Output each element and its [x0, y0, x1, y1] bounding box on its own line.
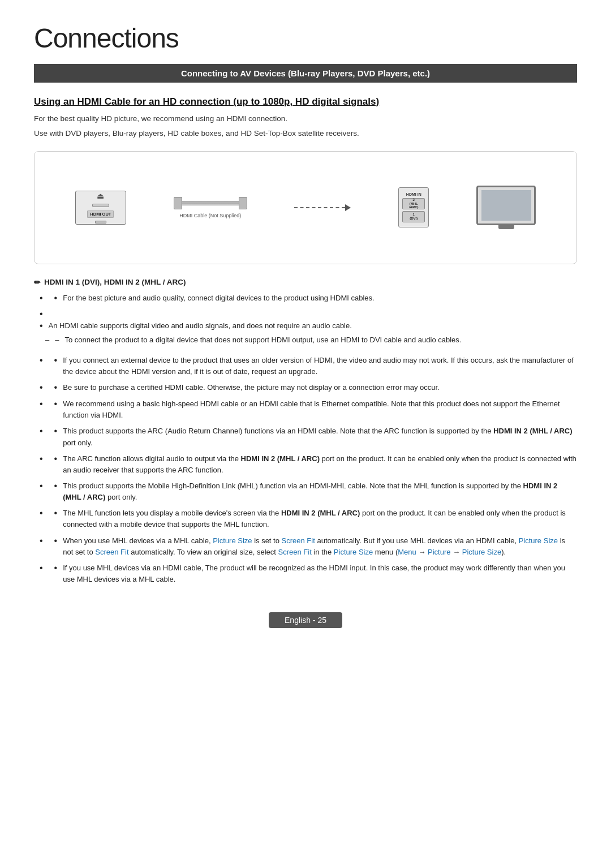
bullet-text: Be sure to purchase a certified HDMI cab…	[63, 382, 439, 393]
list-item: • An HDMI cable supports digital video a…	[34, 308, 577, 350]
list-item: • Be sure to purchase a certified HDMI c…	[34, 382, 577, 394]
cable-assembly	[174, 197, 247, 209]
dash: –	[55, 334, 59, 346]
tv-body	[476, 186, 536, 229]
bullet-dot: •	[54, 453, 58, 465]
sub-list-item: – To connect the product to a digital de…	[45, 334, 461, 346]
intro-line-2: Use with DVD players, Blu-ray players, H…	[34, 128, 577, 139]
bullet-dot: •	[54, 562, 58, 574]
hdmi-cable: HDMI Cable (Not Supplied)	[174, 197, 247, 218]
bullet-dot: •	[40, 320, 43, 332]
hdmi-port-1: 1(DVI)	[402, 211, 425, 222]
bullet-text: An HDMI cable supports digital video and…	[49, 320, 352, 332]
footer-badge: English - 25	[269, 612, 342, 628]
bullet-dot: •	[54, 535, 58, 547]
picture-size-link-3[interactable]: Picture Size	[334, 548, 373, 556]
cable-connector-right	[239, 197, 247, 209]
signal-arrow	[345, 204, 351, 211]
list-item: • The ARC function allows digital audio …	[34, 453, 577, 476]
bullet-text: When you use MHL devices via a MHL cable…	[63, 535, 577, 558]
secondary-port	[95, 221, 106, 224]
note-header: ✏ HDMI IN 1 (DVI), HDMI IN 2 (MHL / ARC)	[34, 278, 577, 287]
subsection-title: Using an HDMI Cable for an HD connection…	[34, 96, 577, 108]
bullet-text: This product supports the Mobile High-De…	[63, 480, 577, 503]
bullet-dot: •	[54, 426, 58, 437]
pencil-icon: ✏	[34, 278, 41, 287]
note-header-text: HDMI IN 1 (DVI), HDMI IN 2 (MHL / ARC)	[44, 278, 186, 286]
hdmi-port-2: 2(MHL/ARC)	[402, 198, 425, 209]
tv-screen	[481, 190, 531, 221]
bullet-text: If you use MHL devices via an HDMI cable…	[63, 562, 577, 585]
footer: English - 25	[34, 608, 577, 633]
cable-connector-left	[174, 197, 182, 209]
note-section: ✏ HDMI IN 1 (DVI), HDMI IN 2 (MHL / ARC)…	[34, 278, 577, 586]
hdmi-out-port	[92, 204, 109, 207]
bullet-dot: •	[54, 480, 58, 492]
bullet-dot: •	[54, 382, 58, 394]
bullet-dot: •	[54, 398, 58, 410]
bold-inline: HDMI IN 2 (MHL / ARC)	[281, 509, 360, 517]
port-1-label: 1(DVI)	[410, 213, 418, 220]
cable-body	[182, 201, 239, 205]
list-item: • This product supports the Mobile High-…	[34, 480, 577, 503]
hdmi-out-label: HDMI OUT	[87, 210, 114, 218]
section-header: Connecting to AV Devices (Blu-ray Player…	[34, 64, 577, 83]
list-item: • For the best picture and audio quality…	[34, 293, 577, 304]
eject-icon: ⏏	[97, 191, 104, 200]
sub-text: To connect the product to a digital devi…	[64, 334, 461, 346]
bullet-list: • For the best picture and audio quality…	[34, 293, 577, 586]
list-item: • When you use MHL devices via a MHL cab…	[34, 535, 577, 558]
connection-diagram: ⏏ HDMI OUT HDMI Cable (Not Supplied) HDM…	[34, 151, 577, 264]
bullet-text: The ARC function allows digital audio to…	[63, 453, 577, 476]
list-item: • If you use MHL devices via an HDMI cab…	[34, 562, 577, 585]
tv-stand	[498, 225, 514, 229]
tv-frame	[476, 186, 536, 225]
picture-size-link-2[interactable]: Picture Size	[519, 536, 558, 545]
source-box: ⏏ HDMI OUT	[75, 191, 126, 225]
bullet-text: We recommend using a basic high-speed HD…	[63, 398, 577, 421]
bullet-text: For the best picture and audio quality, …	[63, 293, 374, 304]
tv-ports: HDMI IN 2(MHL/ARC) 1(DVI)	[398, 187, 429, 227]
bullet-dot: •	[54, 293, 58, 304]
list-item: • If you connect an external device to t…	[34, 355, 577, 377]
bold-inline: HDMI IN 2 (MHL / ARC)	[493, 427, 572, 435]
picture-size-link-1[interactable]: Picture Size	[213, 536, 252, 545]
signal-path	[294, 204, 351, 211]
source-device: ⏏ HDMI OUT	[75, 191, 126, 225]
screen-fit-link-1[interactable]: Screen Fit	[282, 536, 315, 545]
screen-fit-link-3[interactable]: Screen Fit	[278, 548, 312, 556]
hdmi-in-label: HDMI IN	[406, 192, 421, 196]
picture-link[interactable]: Picture	[428, 548, 450, 556]
list-item: • We recommend using a basic high-speed …	[34, 398, 577, 421]
bold-inline: HDMI IN 2 (MHL / ARC)	[63, 482, 557, 501]
bullet-text: The MHL function lets you display a mobi…	[63, 508, 577, 530]
picture-size-link-4[interactable]: Picture Size	[462, 548, 501, 556]
bullet-dot: •	[54, 355, 58, 367]
sub-list: – To connect the product to a digital de…	[45, 334, 461, 348]
bullet-text: This product supports the ARC (Audio Ret…	[63, 426, 577, 448]
bullet-dot: •	[54, 508, 58, 519]
list-item: • The MHL function lets you display a mo…	[34, 508, 577, 530]
screen-fit-link-2[interactable]: Screen Fit	[95, 548, 128, 556]
cable-label: HDMI Cable (Not Supplied)	[179, 213, 241, 218]
page-title: Connections	[34, 23, 577, 54]
intro-line-1: For the best quality HD picture, we reco…	[34, 113, 577, 124]
dotted-line	[294, 207, 345, 208]
bold-inline: HDMI IN 2 (MHL / ARC)	[241, 454, 320, 463]
bullet-text: If you connect an external device to the…	[63, 355, 577, 377]
port-2-label: 2(MHL/ARC)	[409, 198, 419, 209]
menu-link[interactable]: Menu	[398, 548, 416, 556]
list-item: • This product supports the ARC (Audio R…	[34, 426, 577, 448]
